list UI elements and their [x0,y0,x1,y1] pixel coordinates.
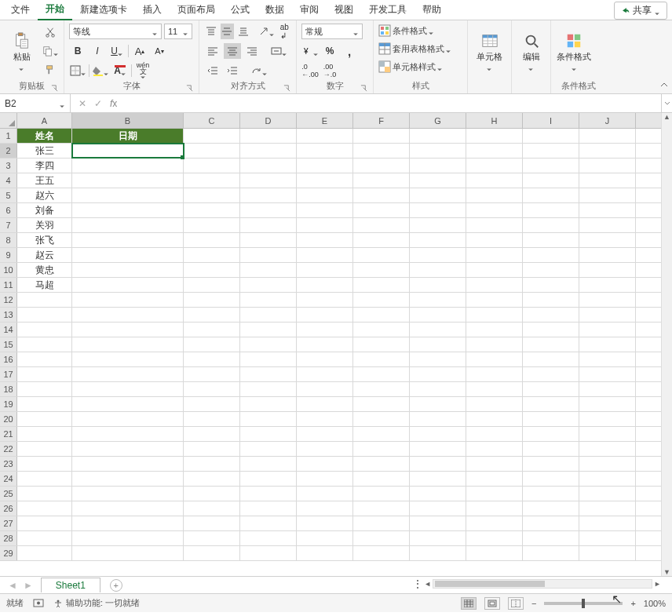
cell[interactable] [72,442,184,456]
cell[interactable] [466,263,523,277]
zoom-level[interactable]: 100% [644,599,666,608]
cell[interactable] [353,382,410,396]
cell[interactable] [410,427,466,441]
cell[interactable]: 赵六 [17,188,72,202]
fx-icon[interactable]: fx [110,98,117,109]
row-header[interactable]: 17 [0,367,17,381]
cell[interactable] [72,293,184,307]
cell[interactable] [353,248,410,262]
phonetic-button[interactable]: wén文 [134,63,152,78]
cell[interactable] [410,218,466,232]
table-format-button[interactable]: 套用表格格式 [378,41,462,56]
cell[interactable] [240,308,297,322]
cell[interactable] [410,367,466,381]
cell[interactable] [579,412,636,426]
cell[interactable] [410,352,466,366]
cell[interactable] [523,263,579,277]
row-header[interactable]: 5 [0,188,17,202]
zoom-in-button[interactable]: + [630,599,635,608]
cell[interactable] [353,293,410,307]
cell[interactable] [466,427,523,441]
cell[interactable] [523,293,579,307]
cell[interactable] [410,531,466,545]
cut-button[interactable] [42,24,59,40]
cell[interactable] [579,352,636,366]
cell[interactable] [297,367,353,381]
decrease-font-button[interactable]: A▾ [151,43,168,59]
cell[interactable] [353,233,410,247]
cell[interactable] [184,188,240,202]
cell[interactable] [523,308,579,322]
cell[interactable]: 关羽 [17,218,72,232]
cell[interactable] [579,487,636,501]
cell[interactable] [240,263,297,277]
cell[interactable] [17,487,72,501]
cell[interactable] [17,457,72,471]
cell[interactable] [579,397,636,411]
cell[interactable] [297,397,353,411]
cell[interactable] [353,129,410,143]
cell[interactable] [17,382,72,396]
cell[interactable] [410,203,466,217]
cell[interactable] [523,188,579,202]
cell[interactable] [184,159,240,173]
row-header[interactable]: 13 [0,308,17,322]
cell[interactable] [410,188,466,202]
align-middle-button[interactable] [221,24,235,39]
increase-decimal-button[interactable]: .0←.00 [301,63,319,78]
cell[interactable] [353,218,410,232]
cell[interactable] [72,248,184,262]
tab-insert[interactable]: 插入 [135,0,170,20]
cell[interactable] [240,367,297,381]
cell[interactable] [353,472,410,486]
format-painter-button[interactable] [42,62,59,78]
underline-button[interactable]: U [108,43,126,59]
merge-button[interactable] [270,43,287,59]
cell[interactable] [466,159,523,173]
normal-view-button[interactable] [461,597,477,610]
cell[interactable] [410,278,466,292]
font-size-select[interactable]: 11 [164,24,192,39]
cell[interactable] [523,218,579,232]
cell[interactable] [297,516,353,530]
cell[interactable] [410,516,466,530]
cell[interactable] [72,457,184,471]
cell[interactable] [410,173,466,188]
row-header[interactable]: 24 [0,472,17,486]
cell[interactable]: 黄忠 [17,263,72,277]
cell[interactable] [466,352,523,366]
select-all-corner[interactable] [0,113,17,128]
col-header-E[interactable]: E [297,113,353,128]
cell[interactable] [297,233,353,247]
cell[interactable] [466,144,523,158]
cell[interactable] [240,382,297,396]
cell[interactable] [353,442,410,456]
cell[interactable] [410,472,466,486]
share-button[interactable]: 共享 [614,2,667,20]
tab-custom[interactable]: 新建选项卡 [72,0,135,20]
cell[interactable] [240,442,297,456]
cell[interactable] [240,218,297,232]
cell[interactable] [579,367,636,381]
page-break-view-button[interactable] [508,597,524,610]
font-color-button[interactable]: A [111,63,129,78]
cell[interactable] [240,144,297,158]
row-header[interactable]: 10 [0,263,17,277]
cell[interactable] [523,173,579,188]
cell[interactable] [579,173,636,188]
cell[interactable] [466,531,523,545]
cell[interactable] [72,233,184,247]
cell[interactable] [240,501,297,516]
cell[interactable] [466,487,523,501]
align-center-button[interactable] [224,43,241,59]
cell[interactable] [72,323,184,337]
cell[interactable] [184,233,240,247]
row-header[interactable]: 4 [0,173,17,188]
cell[interactable] [184,457,240,471]
cell[interactable] [353,516,410,530]
decrease-indent-button[interactable] [204,63,221,78]
font-dialog-launcher[interactable] [186,84,194,92]
tab-help[interactable]: 帮助 [415,0,449,20]
tab-file[interactable]: 文件 [3,0,38,20]
cell[interactable] [353,144,410,158]
